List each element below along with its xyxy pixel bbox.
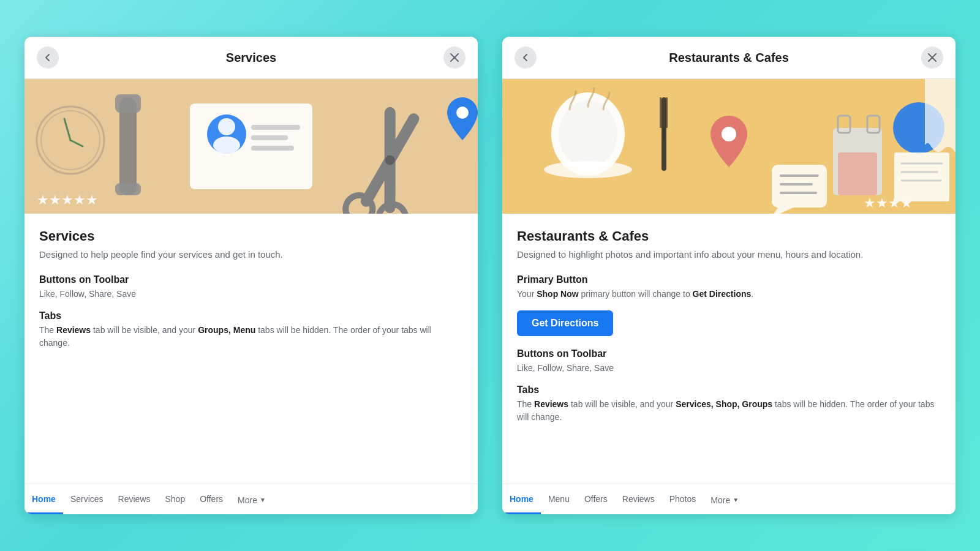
svg-rect-8 (190, 103, 312, 189)
svg-text:★★★★★: ★★★★★ (37, 192, 98, 208)
svg-text:★★★★: ★★★★ (864, 195, 913, 211)
restaurants-card-header: Restaurants & Cafes (502, 37, 956, 79)
restaurants-tabs-desc: The Reviews tab will be visible, and you… (517, 398, 941, 424)
restaurants-primary-btn-desc-shop: Shop Now (537, 289, 578, 299)
restaurants-close-button[interactable] (921, 47, 943, 69)
services-card: Services (24, 37, 478, 514)
svg-rect-12 (251, 125, 300, 130)
services-tab-more-label: More (238, 495, 257, 505)
restaurants-tabs-desc-middle: tab will be visible, and your (568, 399, 676, 409)
svg-point-46 (722, 127, 736, 141)
services-tab-more-chevron-icon: ▼ (260, 497, 266, 503)
services-tabs-title: Tabs (39, 310, 463, 321)
restaurants-primary-btn-desc-prefix: Your (517, 289, 537, 299)
restaurants-section-desc: Designed to highlight photos and importa… (517, 248, 941, 262)
services-section-title: Services (39, 228, 463, 244)
restaurants-tab-more[interactable]: More ▼ (703, 485, 746, 514)
services-close-button[interactable] (443, 47, 466, 69)
services-back-button[interactable] (37, 47, 59, 69)
restaurants-tab-offers[interactable]: Offers (577, 484, 615, 514)
services-tab-reviews[interactable]: Reviews (111, 484, 158, 514)
svg-rect-7 (115, 183, 141, 195)
svg-rect-44 (666, 97, 668, 128)
restaurants-primary-btn-desc-middle: primary button will change to (579, 289, 693, 299)
services-tab-services[interactable]: Services (63, 484, 111, 514)
services-buttons-desc: Like, Follow, Share, Save (39, 288, 463, 301)
svg-rect-47 (772, 165, 827, 208)
restaurants-tabs-bar: Home Menu Offers Reviews Photos More ▼ (502, 484, 956, 514)
svg-point-11 (213, 137, 240, 154)
svg-point-41 (544, 161, 632, 178)
services-title: Services (226, 51, 276, 65)
svg-point-40 (559, 100, 617, 168)
restaurants-tabs-desc-prefix: The (517, 399, 534, 409)
restaurants-tabs-desc-groups: Services, Shop, Groups (676, 399, 772, 409)
restaurants-card-body: Restaurants & Cafes Designed to highligh… (502, 214, 956, 484)
svg-rect-45 (663, 128, 665, 140)
svg-rect-6 (115, 94, 141, 113)
services-tabs-desc-reviews: Reviews (56, 325, 91, 335)
restaurants-tabs-desc-reviews: Reviews (534, 399, 568, 409)
restaurants-tab-more-label: More (710, 495, 730, 505)
restaurants-section-title: Restaurants & Cafes (517, 228, 941, 244)
restaurants-tab-photos[interactable]: Photos (662, 484, 704, 514)
restaurants-primary-btn-desc-directions: Get Directions (693, 289, 752, 299)
restaurants-buttons-desc: Like, Follow, Share, Save (517, 362, 941, 375)
svg-rect-13 (251, 135, 288, 140)
services-hero-image: ★★★★★ (24, 79, 478, 214)
restaurants-card: Restaurants & Cafes (502, 37, 956, 514)
restaurants-title: Restaurants & Cafes (669, 51, 789, 65)
restaurants-tab-home[interactable]: Home (502, 484, 541, 514)
restaurants-tab-reviews[interactable]: Reviews (615, 484, 662, 514)
services-tabs-desc-prefix: The (39, 325, 56, 335)
services-card-body: Services Designed to help people find yo… (24, 214, 478, 484)
get-directions-button[interactable]: Get Directions (517, 310, 613, 336)
restaurants-back-button[interactable] (514, 47, 537, 69)
restaurants-buttons-title: Buttons on Toolbar (517, 348, 941, 359)
services-tab-offers[interactable]: Offers (192, 484, 230, 514)
restaurants-tab-more-chevron-icon: ▼ (733, 497, 739, 503)
services-tabs-bar: Home Services Reviews Shop Offers More ▼ (24, 484, 478, 514)
restaurants-primary-btn-desc-suffix: . (751, 289, 753, 299)
svg-point-10 (218, 118, 235, 135)
services-section-desc: Designed to help people find your servic… (39, 248, 463, 262)
svg-rect-14 (251, 146, 294, 151)
svg-rect-43 (660, 97, 662, 128)
services-buttons-title: Buttons on Toolbar (39, 274, 463, 285)
services-tab-home[interactable]: Home (24, 484, 63, 514)
services-card-header: Services (24, 37, 478, 79)
restaurants-tab-menu[interactable]: Menu (541, 484, 577, 514)
restaurants-primary-btn-desc: Your Shop Now primary button will change… (517, 288, 941, 301)
services-tabs-desc-middle: tab will be visible, and your (91, 325, 198, 335)
services-tab-shop[interactable]: Shop (158, 484, 193, 514)
svg-point-36 (456, 107, 469, 119)
svg-rect-57 (894, 152, 949, 201)
restaurants-tabs-title: Tabs (517, 384, 941, 395)
svg-rect-55 (838, 152, 877, 195)
services-tab-more[interactable]: More ▼ (230, 485, 273, 514)
services-tabs-desc: The Reviews tab will be visible, and you… (39, 324, 463, 350)
services-tabs-desc-groups: Groups, Menu (198, 325, 255, 335)
restaurants-hero-image: ★★★★ (502, 79, 956, 214)
restaurants-primary-btn-title: Primary Button (517, 274, 941, 285)
